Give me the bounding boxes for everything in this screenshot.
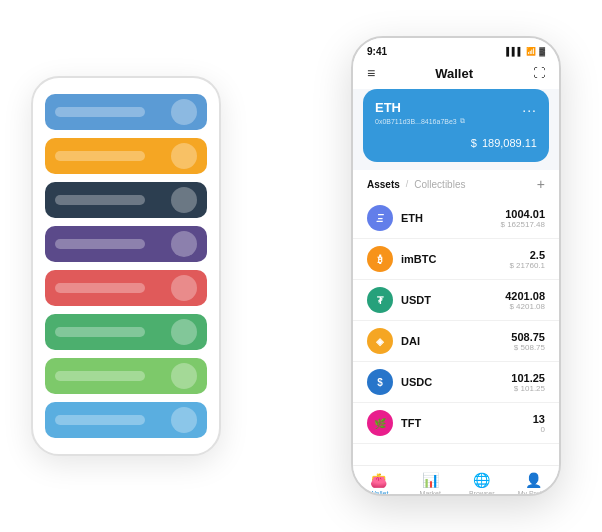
card-bar-7 [55,371,145,381]
market-nav-icon: 📊 [422,472,439,488]
asset-row-dai[interactable]: ◈ DAI 508.75 $ 508.75 [353,321,559,362]
card-bar-1 [55,107,145,117]
card-item-2[interactable] [45,138,207,174]
signal-icon: ▌▌▌ [506,47,523,56]
eth-asset-usd: $ 162517.48 [501,220,546,229]
imbtc-asset-amount: 2.5 [509,249,545,261]
card-bar-6 [55,327,145,337]
card-item-8[interactable] [45,402,207,438]
dai-asset-icon: ◈ [367,328,393,354]
tab-collectibles[interactable]: Collectibles [414,179,465,190]
wallet-nav-icon: 👛 [370,472,387,488]
usdt-asset-icon: ₮ [367,287,393,313]
card-bar-8 [55,415,145,425]
wifi-icon: 📶 [526,47,536,56]
nav-market[interactable]: 📊 Market [405,472,457,496]
card-item-4[interactable] [45,226,207,262]
card-icon-3 [171,187,197,213]
status-icons: ▌▌▌ 📶 ▓ [506,47,545,56]
asset-list: Ξ ETH 1004.01 $ 162517.48 ₿ imBTC 2.5 $ … [353,198,559,465]
dai-asset-amounts: 508.75 $ 508.75 [511,331,545,352]
asset-row-tft[interactable]: 🌿 TFT 13 0 [353,403,559,444]
tft-asset-icon: 🌿 [367,410,393,436]
add-asset-button[interactable]: + [537,176,545,192]
page-title: Wallet [435,66,473,81]
card-icon-5 [171,275,197,301]
dai-asset-name: DAI [401,335,503,347]
browser-nav-label: Browser [469,490,495,496]
market-nav-label: Market [420,490,441,496]
card-bar-3 [55,195,145,205]
phone-body: ETH ... 0x0B711d3B...8416a7Be3 ⧉ $ 189,0… [353,89,559,496]
eth-card-ticker: ETH [375,100,401,115]
phone-header: ≡ Wallet ⛶ [353,61,559,89]
usdc-asset-usd: $ 101.25 [511,384,545,393]
browser-nav-icon: 🌐 [473,472,490,488]
imbtc-asset-amounts: 2.5 $ 21760.1 [509,249,545,270]
usdc-asset-amounts: 101.25 $ 101.25 [511,372,545,393]
card-bar-5 [55,283,145,293]
eth-asset-amounts: 1004.01 $ 162517.48 [501,208,546,229]
imbtc-asset-icon: ₿ [367,246,393,272]
eth-card-address: 0x0B711d3B...8416a7Be3 ⧉ [375,117,537,125]
card-icon-2 [171,143,197,169]
currency-symbol: $ [471,137,477,149]
asset-row-usdc[interactable]: $ USDC 101.25 $ 101.25 [353,362,559,403]
card-icon-6 [171,319,197,345]
profile-nav-icon: 👤 [525,472,542,488]
tft-asset-amount: 13 [533,413,545,425]
tab-divider: / [406,179,409,189]
dai-asset-usd: $ 508.75 [511,343,545,352]
eth-asset-amount: 1004.01 [501,208,546,220]
eth-asset-name: ETH [401,212,493,224]
status-bar: 9:41 ▌▌▌ 📶 ▓ [353,38,559,61]
eth-card-balance: $ 189,089.11 [375,131,537,152]
tft-asset-name: TFT [401,417,525,429]
usdc-asset-name: USDC [401,376,503,388]
asset-row-eth[interactable]: Ξ ETH 1004.01 $ 162517.48 [353,198,559,239]
card-bar-4 [55,239,145,249]
card-item-7[interactable] [45,358,207,394]
card-item-1[interactable] [45,94,207,130]
usdc-asset-amount: 101.25 [511,372,545,384]
assets-header: Assets / Collectibles + [353,170,559,198]
nav-profile[interactable]: 👤 My Profile [508,472,560,496]
bottom-nav: 👛 Wallet 📊 Market 🌐 Browser 👤 My Profile [353,465,559,496]
asset-row-usdt[interactable]: ₮ USDT 4201.08 $ 4201.08 [353,280,559,321]
usdc-asset-icon: $ [367,369,393,395]
battery-icon: ▓ [539,47,545,56]
menu-icon[interactable]: ≡ [367,65,375,81]
dai-asset-amount: 508.75 [511,331,545,343]
tab-assets[interactable]: Assets [367,179,400,190]
card-icon-8 [171,407,197,433]
scene: 9:41 ▌▌▌ 📶 ▓ ≡ Wallet ⛶ ETH ... 0x0B711d… [11,11,591,521]
usdt-asset-amounts: 4201.08 $ 4201.08 [505,290,545,311]
status-time: 9:41 [367,46,387,57]
eth-asset-icon: Ξ [367,205,393,231]
card-item-3[interactable] [45,182,207,218]
card-icon-1 [171,99,197,125]
phone-right: 9:41 ▌▌▌ 📶 ▓ ≡ Wallet ⛶ ETH ... 0x0B711d… [351,36,561,496]
card-icon-7 [171,363,197,389]
wallet-nav-label: Wallet [369,490,388,496]
copy-icon[interactable]: ⧉ [460,117,465,125]
eth-card-header: ETH ... [375,99,537,115]
tft-asset-amounts: 13 0 [533,413,545,434]
nav-browser[interactable]: 🌐 Browser [456,472,508,496]
assets-tabs: Assets / Collectibles [367,179,465,190]
imbtc-asset-usd: $ 21760.1 [509,261,545,270]
eth-card[interactable]: ETH ... 0x0B711d3B...8416a7Be3 ⧉ $ 189,0… [363,89,549,162]
card-bar-2 [55,151,145,161]
eth-card-more[interactable]: ... [522,99,537,115]
nav-wallet[interactable]: 👛 Wallet [353,472,405,496]
profile-nav-label: My Profile [518,490,549,496]
phone-left [31,76,221,456]
usdt-asset-amount: 4201.08 [505,290,545,302]
card-icon-4 [171,231,197,257]
imbtc-asset-name: imBTC [401,253,501,265]
card-item-5[interactable] [45,270,207,306]
usdt-asset-usd: $ 4201.08 [505,302,545,311]
card-item-6[interactable] [45,314,207,350]
expand-icon[interactable]: ⛶ [533,66,545,80]
asset-row-imbtc[interactable]: ₿ imBTC 2.5 $ 21760.1 [353,239,559,280]
